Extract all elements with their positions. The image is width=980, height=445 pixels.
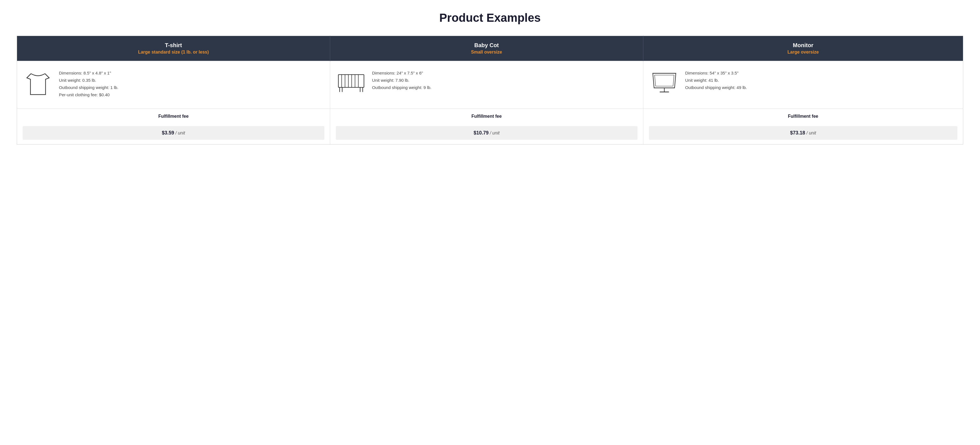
- monitor-category: Large oversize: [649, 50, 958, 55]
- monitor-fee-box: $73.18 / unit: [649, 126, 958, 140]
- babycot-cell: Dimensions: 24" x 7.5" x 6" Unit weight:…: [330, 61, 643, 109]
- tshirt-fee-amount: $3.59: [162, 130, 174, 136]
- monitor-details: Dimensions: 54" x 35" x 3.5" Unit weight…: [685, 70, 747, 91]
- babycot-fee-box: $10.79 / unit: [336, 126, 638, 140]
- monitor-fee-amount: $73.18: [790, 130, 805, 136]
- fee-label-row: Fulfillment fee Fulfillment fee Fulfillm…: [17, 109, 963, 122]
- header-tshirt: T-shirt Large standard size (1 lb. or le…: [17, 36, 330, 61]
- product-table: T-shirt Large standard size (1 lb. or le…: [17, 36, 963, 144]
- svg-marker-11: [652, 73, 676, 88]
- tshirt-details: Dimensions: 8.5" x 4.8" x 1" Unit weight…: [59, 70, 118, 98]
- svg-marker-12: [655, 75, 674, 86]
- babycot-fee-label: Fulfillment fee: [330, 109, 643, 122]
- babycot-shipping-weight: Outbound shipping weight: 9 lb.: [372, 85, 432, 90]
- monitor-dimensions: Dimensions: 54" x 35" x 3.5": [685, 71, 739, 75]
- monitor-fee-cell: $73.18 / unit: [643, 122, 963, 144]
- tshirt-fee-cell: $3.59 / unit: [17, 122, 330, 144]
- fee-value-row: $3.59 / unit $10.79 / unit $73.18 / unit: [17, 122, 963, 144]
- babycot-fee-amount: $10.79: [474, 130, 488, 136]
- page-title: Product Examples: [17, 11, 963, 25]
- babycot-category: Small oversize: [336, 50, 638, 55]
- details-row: Dimensions: 8.5" x 4.8" x 1" Unit weight…: [17, 61, 963, 109]
- monitor-name: Monitor: [649, 42, 958, 49]
- tshirt-icon: [22, 70, 53, 100]
- monitor-fee-label: Fulfillment fee: [643, 109, 963, 122]
- tshirt-unit-weight: Unit weight: 0.35 lb.: [59, 78, 96, 82]
- tshirt-category: Large standard size (1 lb. or less): [22, 50, 325, 55]
- tshirt-name: T-shirt: [22, 42, 325, 49]
- monitor-icon: [649, 70, 680, 100]
- monitor-cell: Dimensions: 54" x 35" x 3.5" Unit weight…: [643, 61, 963, 109]
- babycot-unit-weight: Unit weight: 7.90 lb.: [372, 78, 409, 82]
- header-monitor: Monitor Large oversize: [643, 36, 963, 61]
- tshirt-fee-unit: / unit: [175, 131, 185, 135]
- babycot-dimensions: Dimensions: 24" x 7.5" x 6": [372, 71, 423, 75]
- monitor-unit-weight: Unit weight: 41 lb.: [685, 78, 719, 82]
- header-row: T-shirt Large standard size (1 lb. or le…: [17, 36, 963, 61]
- monitor-fee-unit: / unit: [807, 131, 816, 135]
- babycot-details: Dimensions: 24" x 7.5" x 6" Unit weight:…: [372, 70, 432, 91]
- tshirt-fee-label: Fulfillment fee: [17, 109, 330, 122]
- tshirt-fee-box: $3.59 / unit: [22, 126, 325, 140]
- tshirt-extra: Per-unit clothing fee: $0.40: [59, 92, 110, 97]
- tshirt-shipping-weight: Outbound shipping weight: 1 lb.: [59, 85, 118, 90]
- tshirt-dimensions: Dimensions: 8.5" x 4.8" x 1": [59, 71, 111, 75]
- babycot-icon: [336, 70, 366, 100]
- babycot-fee-unit: / unit: [490, 131, 500, 135]
- tshirt-cell: Dimensions: 8.5" x 4.8" x 1" Unit weight…: [17, 61, 330, 109]
- monitor-shipping-weight: Outbound shipping weight: 49 lb.: [685, 85, 747, 90]
- svg-rect-0: [338, 74, 364, 87]
- babycot-name: Baby Cot: [336, 42, 638, 49]
- header-babycot: Baby Cot Small oversize: [330, 36, 643, 61]
- babycot-fee-cell: $10.79 / unit: [330, 122, 643, 144]
